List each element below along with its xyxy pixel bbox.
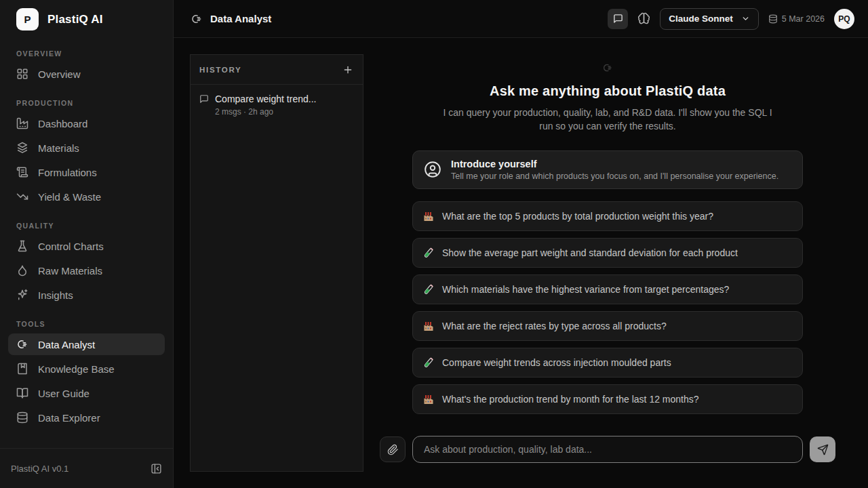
- trending-down-icon: [16, 190, 28, 203]
- bot-icon: [191, 13, 203, 25]
- sidebar-item-label: Raw Materials: [38, 265, 102, 277]
- flask-icon: [16, 240, 28, 252]
- history-title: HISTORY: [199, 66, 241, 74]
- sidebar-item-label: Materials: [38, 142, 79, 154]
- brand-logo-mark: P: [16, 8, 39, 30]
- brand-logo-letter: P: [24, 14, 31, 25]
- history-item[interactable]: Compare weight trend... 2 msgs · 2h ago: [191, 85, 363, 123]
- suggestion-list: What are the top 5 products by total pro…: [412, 201, 803, 414]
- suggestion-weight-trends[interactable]: Compare weight trends across injection m…: [412, 348, 803, 378]
- new-chat-button[interactable]: [342, 64, 353, 75]
- section-label-production: PRODUCTION: [8, 99, 165, 107]
- brain-icon[interactable]: [637, 12, 650, 25]
- date-label: 5 Mar 2026: [782, 14, 825, 24]
- section-label-overview: OVERVIEW: [8, 49, 165, 58]
- sidebar-item-data-explorer[interactable]: Data Explorer: [8, 407, 165, 428]
- main-area: Data Analyst Claude Sonnet 5 Mar 2026: [174, 0, 868, 488]
- chat-bubble-button[interactable]: [608, 9, 628, 29]
- model-select[interactable]: Claude Sonnet: [660, 8, 759, 30]
- suggestion-text: Compare weight trends across injection m…: [442, 357, 671, 368]
- suggestion-avg-part-weight[interactable]: Show the average part weight and standar…: [412, 238, 803, 268]
- sidebar-item-label: Overview: [38, 68, 81, 80]
- database-icon: [16, 411, 28, 424]
- sidebar-item-insights[interactable]: Insights: [8, 284, 165, 306]
- paperclip-icon: [387, 444, 399, 455]
- book-marked-icon: [16, 363, 28, 375]
- test-tube-emoji-icon: [423, 284, 434, 295]
- history-item-meta: 2 msgs · 2h ago: [215, 107, 354, 117]
- suggestion-text: What's the production trend by month for…: [442, 394, 699, 405]
- attach-button[interactable]: [380, 436, 406, 462]
- intro-card-title: Introduce yourself: [451, 159, 778, 169]
- history-header: HISTORY: [191, 55, 363, 85]
- sparkles-icon: [16, 289, 28, 301]
- sidebar-item-label: User Guide: [38, 388, 90, 399]
- sidebar-item-yield-waste[interactable]: Yield & Waste: [8, 186, 165, 207]
- brand-name: PlastiQ AI: [47, 13, 103, 26]
- model-select-value: Claude Sonnet: [669, 14, 733, 24]
- brand-logo: P PlastiQ AI: [0, 0, 173, 35]
- avatar[interactable]: PQ: [834, 9, 854, 29]
- factory-emoji-icon: [423, 321, 434, 331]
- sidebar-item-data-analyst[interactable]: Data Analyst: [8, 333, 165, 355]
- suggestion-text: What are the top 5 products by total pro…: [442, 211, 713, 222]
- sidebar-item-knowledge-base[interactable]: Knowledge Base: [8, 358, 165, 380]
- sidebar-item-user-guide[interactable]: User Guide: [8, 382, 165, 404]
- section-label-tools: TOOLS: [8, 320, 165, 328]
- sidebar-item-label: Data Analyst: [38, 339, 95, 350]
- page-title: Data Analyst: [210, 13, 271, 24]
- suggestion-text: Show the average part weight and standar…: [442, 247, 738, 258]
- sidebar-item-label: Dashboard: [38, 118, 87, 129]
- test-tube-emoji-icon: [423, 357, 434, 368]
- suggestion-top-products[interactable]: What are the top 5 products by total pro…: [412, 201, 803, 231]
- history-panel: HISTORY Compare weight trend... 2 msgs ·…: [190, 54, 363, 472]
- sidebar-nav: OVERVIEW Overview PRODUCTION Dashboard M…: [0, 35, 173, 448]
- date-chip: 5 Mar 2026: [768, 14, 825, 24]
- suggestion-text: Which materials have the highest varianc…: [442, 284, 729, 295]
- sidebar-item-label: Data Explorer: [38, 412, 100, 424]
- topbar-left: Data Analyst: [191, 13, 271, 25]
- sidebar-item-formulations[interactable]: Formulations: [8, 161, 165, 183]
- chat-input[interactable]: [412, 436, 803, 463]
- suggestion-reject-rates[interactable]: What are the reject rates by type across…: [412, 311, 803, 341]
- sidebar-item-overview[interactable]: Overview: [8, 63, 165, 85]
- chevron-down-icon: [741, 14, 750, 23]
- hero-subtitle: I can query your production, quality, la…: [443, 106, 772, 134]
- database-icon: [768, 14, 778, 24]
- book-open-icon: [16, 387, 28, 399]
- sidebar-item-label: Yield & Waste: [38, 191, 101, 203]
- sidebar-footer: PlastiQ AI v0.1: [0, 448, 173, 488]
- chat-bubble-icon: [199, 94, 209, 104]
- suggestion-material-variance[interactable]: Which materials have the highest varianc…: [412, 274, 803, 304]
- circle-user-icon: [424, 161, 441, 178]
- intro-card-subtitle: Tell me your role and which products you…: [451, 171, 778, 181]
- bot-icon: [602, 62, 613, 73]
- suggestion-text: What are the reject rates by type across…: [442, 321, 667, 331]
- topbar-right: Claude Sonnet 5 Mar 2026 PQ: [608, 8, 854, 30]
- panel-collapse-icon[interactable]: [151, 463, 162, 474]
- droplet-icon: [16, 264, 28, 277]
- chat-column: Ask me anything about PlastiQ data I can…: [363, 54, 852, 472]
- test-tube-emoji-icon: [423, 247, 434, 258]
- sidebar-item-dashboard[interactable]: Dashboard: [8, 113, 165, 134]
- introduce-yourself-card[interactable]: Introduce yourself Tell me your role and…: [412, 150, 803, 189]
- sidebar-item-label: Insights: [38, 289, 73, 301]
- scroll-icon: [16, 166, 28, 178]
- topbar: Data Analyst Claude Sonnet 5 Mar 2026: [174, 0, 868, 38]
- sidebar: P PlastiQ AI OVERVIEW Overview PRODUCTIO…: [0, 0, 174, 488]
- grid-icon: [16, 68, 28, 80]
- sidebar-item-label: Formulations: [38, 167, 97, 178]
- send-button[interactable]: [810, 436, 835, 462]
- history-item-top: Compare weight trend...: [199, 94, 354, 104]
- send-icon: [817, 444, 829, 455]
- factory-emoji-icon: [423, 211, 434, 222]
- sidebar-item-label: Control Charts: [38, 241, 104, 252]
- hero-title: Ask me anything about PlastiQ data: [490, 83, 726, 99]
- bot-icon: [16, 338, 28, 350]
- sidebar-item-raw-materials[interactable]: Raw Materials: [8, 260, 165, 281]
- factory-emoji-icon: [423, 394, 434, 405]
- sidebar-item-label: Knowledge Base: [38, 363, 115, 375]
- sidebar-item-control-charts[interactable]: Control Charts: [8, 235, 165, 257]
- sidebar-item-materials[interactable]: Materials: [8, 137, 165, 159]
- suggestion-production-trend[interactable]: What's the production trend by month for…: [412, 384, 803, 414]
